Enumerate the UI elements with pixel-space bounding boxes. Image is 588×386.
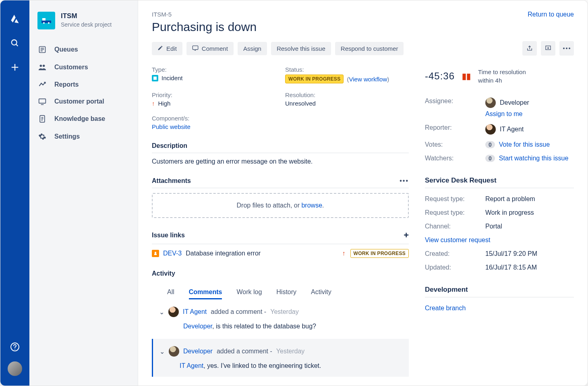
view-workflow-link[interactable]: View workflow	[349, 76, 387, 83]
sidebar-item-reports[interactable]: Reports	[29, 76, 138, 93]
gear-icon	[37, 133, 47, 141]
comment-author[interactable]: IT Agent	[183, 308, 207, 315]
search-icon[interactable]	[8, 36, 22, 50]
svg-point-0	[12, 40, 17, 45]
linked-issue-key[interactable]: DEV-3	[163, 250, 182, 257]
svg-point-25	[569, 48, 570, 49]
svg-point-14	[40, 65, 42, 67]
activity-tabs: All Comments Work log History Activity	[152, 286, 409, 299]
tab-all[interactable]: All	[167, 286, 174, 299]
watchers-row: Watchers: 0Start watching this issue	[425, 151, 574, 165]
reports-icon	[37, 81, 47, 88]
svg-point-15	[43, 65, 45, 67]
issue-links-heading: Issue links +	[152, 230, 409, 244]
attachments-more-icon[interactable]: •••	[400, 177, 409, 185]
comment-item: ⌄ IT Agent added a comment - Yesterday D…	[152, 307, 409, 330]
collapse-icon[interactable]: ⌄	[159, 308, 164, 316]
tab-activity[interactable]: Activity	[311, 286, 331, 299]
votes-row: Votes: 0Vote for this issue	[425, 138, 574, 151]
help-icon[interactable]	[8, 340, 22, 354]
sidebar-item-label: Queues	[54, 46, 78, 53]
tab-comments[interactable]: Comments	[189, 286, 222, 299]
sidebar-item-settings[interactable]: Settings	[29, 128, 138, 145]
edit-button[interactable]: Edit	[152, 42, 182, 55]
project-sidebar: ITSM Service desk project Queues Custome…	[29, 0, 138, 386]
user-mention[interactable]: Developer	[183, 323, 212, 330]
comment-button[interactable]: Comment	[186, 42, 234, 55]
updated-row: Updated:16/Jul/17 8:15 AM	[425, 261, 574, 274]
component-link[interactable]: Public website	[152, 123, 190, 130]
sidebar-item-knowledge-base[interactable]: Knowledge base	[29, 110, 138, 128]
watch-link[interactable]: Start watching this issue	[499, 155, 569, 162]
service-desk-heading: Service Desk Request	[425, 176, 574, 188]
project-header: ITSM Service desk project	[29, 12, 138, 41]
assign-to-me-link[interactable]: Assign to me	[485, 110, 574, 118]
attachments-heading: Attachments •••	[152, 177, 409, 188]
pencil-icon	[157, 45, 163, 52]
svg-point-5	[14, 349, 15, 350]
sidebar-item-customers[interactable]: Customers	[29, 58, 138, 76]
monitor-icon	[37, 98, 47, 105]
view-customer-request-link[interactable]: View customer request	[425, 233, 574, 247]
sidebar-item-label: Settings	[54, 133, 80, 140]
activity-heading: Activity	[152, 270, 409, 280]
document-icon	[37, 115, 47, 123]
attachments-dropzone[interactable]: Drop files to attach, or browse.	[152, 193, 409, 218]
resolve-button[interactable]: Resolve this issue	[271, 42, 331, 55]
comment-avatar	[168, 307, 179, 317]
collapse-icon[interactable]: ⌄	[159, 348, 165, 355]
svg-point-24	[566, 48, 567, 49]
priority-high-icon: ↑	[152, 100, 155, 107]
sla-time: -45:36	[425, 71, 455, 82]
svg-point-8	[43, 22, 45, 24]
svg-rect-6	[41, 21, 51, 23]
tab-worklog[interactable]: Work log	[236, 286, 262, 299]
queues-icon	[37, 46, 47, 54]
description-heading: Description	[152, 142, 409, 153]
sd-row: Request type:Work in progress	[425, 206, 574, 220]
comment-avatar	[169, 346, 179, 357]
svg-rect-16	[39, 99, 46, 103]
comment-author[interactable]: Developer	[183, 348, 213, 355]
field-resolution: Resolution: Unresolved	[285, 91, 409, 107]
sidebar-item-customer-portal[interactable]: Customer portal	[29, 93, 138, 110]
comment-time: Yesterday	[270, 308, 299, 315]
assign-button[interactable]: Assign	[238, 42, 267, 55]
field-type: Type: Incident	[152, 66, 275, 83]
linked-status-lozenge: WORK IN PROGRESS	[350, 249, 409, 258]
return-to-queue-link[interactable]: Return to queue	[528, 11, 574, 18]
issue-actions-toolbar: Edit Comment Assign Resolve this issue R…	[152, 41, 574, 56]
global-nav-rail	[0, 0, 29, 386]
sla-panel: -45:36 ▮▮ Time to resolutionwithin 4h	[425, 68, 574, 85]
issue-link-row[interactable]: DEV-3 Database integration error ↑ WORK …	[152, 249, 409, 258]
user-mention[interactable]: IT Agent	[180, 362, 203, 369]
respond-button[interactable]: Respond to customer	[335, 42, 404, 55]
project-name: ITSM	[61, 12, 112, 21]
development-heading: Development	[425, 286, 574, 297]
sd-row: Channel:Portal	[425, 220, 574, 233]
reporter-row: Reporter: IT Agent	[425, 121, 574, 138]
add-link-icon[interactable]: +	[404, 230, 409, 241]
create-icon[interactable]	[8, 60, 22, 75]
vote-link[interactable]: Vote for this issue	[499, 141, 550, 148]
project-avatar-icon	[37, 12, 55, 29]
sidebar-item-label: Reports	[54, 81, 79, 88]
create-branch-link[interactable]: Create branch	[425, 305, 466, 312]
breadcrumb[interactable]: ITSM-5	[152, 11, 574, 18]
sd-row: Request type:Report a problem	[425, 192, 574, 206]
product-logo-icon[interactable]	[8, 12, 22, 26]
comment-item: ⌄ Developer added a comment - Yesterday …	[152, 339, 409, 377]
more-actions-button[interactable]	[559, 41, 574, 56]
svg-rect-28	[154, 254, 157, 255]
tab-history[interactable]: History	[276, 286, 296, 299]
browse-link[interactable]: browse	[301, 202, 322, 209]
share-button[interactable]	[522, 41, 537, 56]
profile-avatar[interactable]	[8, 361, 22, 376]
assignee-row: Assignee: Developer Assign to me	[425, 94, 574, 121]
sidebar-item-queues[interactable]: Queues	[29, 41, 138, 58]
votes-count: 0	[485, 141, 495, 148]
field-components: Component/s: Public website	[152, 115, 275, 130]
export-button[interactable]	[541, 41, 555, 56]
status-lozenge: WORK IN PROGRESS	[285, 75, 344, 83]
watchers-count: 0	[485, 155, 495, 162]
